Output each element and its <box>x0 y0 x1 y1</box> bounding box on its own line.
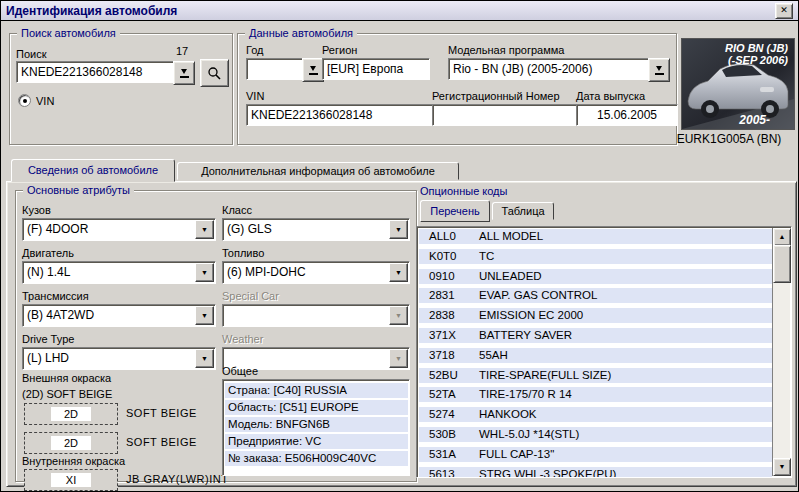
interior-paint-label: Внутренняя окраска <box>22 455 125 467</box>
vehicle-photo: RIO BN (JB) (-SEP 2006) 2005- <box>681 38 795 130</box>
chevron-down-icon[interactable]: ▼ <box>389 220 408 239</box>
exterior-swatch-button[interactable]: 2D <box>24 403 118 425</box>
chevron-down-icon[interactable]: ▼ <box>389 263 408 282</box>
vin-radio-row: VIN <box>18 94 54 107</box>
search-button[interactable] <box>200 59 229 87</box>
option-code-row[interactable]: ALL0 ALL MODEL <box>419 229 772 244</box>
search-icon <box>207 66 222 81</box>
option-code-row[interactable]: 52BU TIRE-SPARE(FULL SIZE) <box>419 368 772 383</box>
search-label: Поиск <box>16 48 46 60</box>
search-input[interactable]: KNEDE221366028148 <box>16 61 181 83</box>
title-bar: Идентификация автомобиля ✕ <box>1 1 798 21</box>
class-select[interactable]: (G) GLS▼ <box>222 218 410 241</box>
class-label: Класс <box>222 204 252 216</box>
option-code-row[interactable]: 3718 55AH <box>419 348 772 363</box>
year-label: Год <box>246 44 264 56</box>
drive-type-select[interactable]: (L) LHD▼ <box>22 347 216 370</box>
chevron-down-icon[interactable]: ▼ <box>195 263 214 282</box>
option-description: EMISSION EC 2000 <box>479 308 772 323</box>
vin-radio[interactable] <box>18 94 31 107</box>
interior-swatch-name: JB GRAY(LWR)INT <box>126 473 228 485</box>
registration-number-input[interactable] <box>432 104 582 126</box>
option-description: TC <box>479 249 772 264</box>
option-code-row[interactable]: 2831 EVAP. GAS CONTROL <box>419 288 772 303</box>
general-info-line: Модель: BNFGN6B <box>225 417 408 432</box>
dropdown-arrow-icon <box>180 68 189 78</box>
option-code-row[interactable]: 530B WHL-5.0J *14(STL) <box>419 427 772 442</box>
close-icon[interactable]: ✕ <box>775 3 793 19</box>
option-code-row[interactable]: 5274 HANKOOK <box>419 407 772 422</box>
option-code: ALL0 <box>419 229 479 244</box>
exterior-swatch-name: SOFT BEIGE <box>126 407 197 419</box>
general-info-line: Область: [C51] EUROPE <box>225 400 408 415</box>
option-description: TIRE-SPARE(FULL SIZE) <box>479 368 772 383</box>
option-code: 5274 <box>419 407 479 422</box>
option-code-row[interactable]: 5613 STRG WHL-3 SPOKE(PU) <box>419 467 772 478</box>
badge-line3: 2005- <box>738 113 770 127</box>
general-info-box: Страна: [C40] RUSSIA Область: [C51] EURO… <box>222 379 410 476</box>
option-code-row[interactable]: 371X BATTERY SAVER <box>419 328 772 343</box>
production-date-field[interactable]: 15.06.2005 <box>576 104 678 126</box>
chevron-down-icon[interactable]: ▼ <box>195 220 214 239</box>
year-dropdown-button[interactable] <box>302 58 324 82</box>
scroll-up-icon[interactable]: ▲ <box>773 228 791 246</box>
search-dropdown-button[interactable] <box>173 61 195 85</box>
result-count: 17 <box>170 45 194 57</box>
fuel-select[interactable]: (6) MPI-DOHC▼ <box>222 261 410 284</box>
tab-vehicle-info[interactable]: Сведения об автомобиле <box>11 159 175 182</box>
option-code: 531A <box>419 447 479 462</box>
region-field[interactable]: [EUR] Европа <box>322 58 430 80</box>
vehicle-data-group: Данные автомобиля Год Регион [EUR] Европ… <box>237 33 677 145</box>
vin-input[interactable]: KNEDE221366028148 <box>246 104 438 126</box>
scroll-down-icon[interactable]: ▼ <box>773 458 791 476</box>
option-code-row[interactable]: 52TA TIRE-175/70 R 14 <box>419 387 772 402</box>
model-program-dropdown-button[interactable] <box>648 58 670 82</box>
option-description: HANKOOK <box>479 407 772 422</box>
interior-swatch-button[interactable]: XI <box>24 469 118 491</box>
registration-number-label: Регистрационный Номер <box>432 90 560 102</box>
option-code: 2838 <box>419 308 479 323</box>
year-input[interactable] <box>246 58 308 80</box>
weather-label: Weather <box>222 333 263 345</box>
production-date-label: Дата выпуска <box>576 90 645 102</box>
list-scrollbar[interactable]: ▲ ▼ <box>772 228 790 476</box>
exterior-paint-code: (2D) SOFT BEIGE <box>22 388 112 400</box>
option-description: UNLEADED <box>479 269 772 284</box>
general-info-line: Предприятие: VC <box>225 434 408 449</box>
option-description: FULL CAP-13" <box>479 447 772 462</box>
option-codes-title: Опционные коды <box>420 185 507 197</box>
option-description: WHL-5.0J *14(STL) <box>479 427 772 442</box>
option-code: 530B <box>419 427 479 442</box>
engine-select[interactable]: (N) 1.4L▼ <box>22 261 216 284</box>
transmission-label: Трансмиссия <box>22 290 89 302</box>
chevron-down-icon[interactable]: ▼ <box>195 306 214 325</box>
option-description: ALL MODEL <box>479 229 772 244</box>
vin-label: VIN <box>246 90 264 102</box>
tab-option-list[interactable]: Перечень <box>420 200 490 222</box>
catalog-code-caption: EURK1G005A (BN) <box>661 132 797 146</box>
option-code-row[interactable]: 531A FULL CAP-13" <box>419 447 772 462</box>
exterior-paint-label: Внешняя окраска <box>22 372 111 384</box>
data-group-title: Данные автомобиля <box>245 27 357 39</box>
option-code: 5613 <box>419 467 479 478</box>
model-program-field[interactable]: Rio - BN (JB) (2005-2006) <box>448 58 654 80</box>
transmission-select[interactable]: (B) 4AT2WD▼ <box>22 304 216 327</box>
option-code: 52BU <box>419 368 479 383</box>
option-code-row[interactable]: K0T0 TC <box>419 249 772 264</box>
option-code-row[interactable]: 0910 UNLEADED <box>419 269 772 284</box>
scrollbar-thumb[interactable] <box>773 245 791 283</box>
body-select[interactable]: (F) 4DOOR▼ <box>22 218 216 241</box>
option-code: 52TA <box>419 387 479 402</box>
tab-additional-info[interactable]: Дополнительная информация об автомобиле <box>177 162 459 180</box>
car-image: RIO BN (JB) (-SEP 2006) 2005- <box>682 39 794 129</box>
chevron-down-icon[interactable]: ▼ <box>195 349 214 368</box>
option-code-row[interactable]: 2838 EMISSION EC 2000 <box>419 308 772 323</box>
option-codes-list[interactable]: ALL0 ALL MODEL K0T0 TC 0910 UNLEADED 283… <box>416 226 792 478</box>
exterior-swatch-button[interactable]: 2D <box>24 432 118 454</box>
option-code: 2831 <box>419 288 479 303</box>
dialog-title: Идентификация автомобиля <box>6 4 177 18</box>
vehicle-search-group: Поиск автомобиля Поиск 17 KNEDE221366028… <box>9 33 233 145</box>
chevron-down-icon: ▼ <box>389 349 408 368</box>
tab-option-table[interactable]: Таблица <box>492 202 554 220</box>
option-code: 371X <box>419 328 479 343</box>
